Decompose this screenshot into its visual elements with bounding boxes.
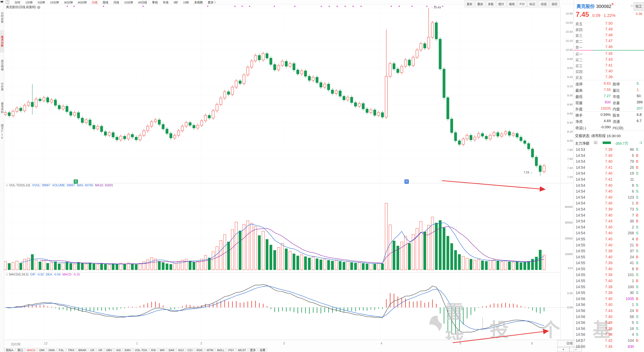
indicator-button[interactable]: FSL	[57, 348, 66, 351]
order-book-price: 7.45	[605, 51, 612, 56]
toolbar-button[interactable]: 复权	[464, 0, 474, 7]
period-tab[interactable]: 5秒	[174, 0, 178, 4]
price-axis-label: 9.40	[561, 75, 573, 79]
indicator-button[interactable]: 设置	[258, 348, 267, 351]
period-tab[interactable]: 更多 〉	[208, 0, 217, 4]
indicator-button[interactable]: EMV	[123, 348, 133, 351]
period-tab[interactable]: 1分钟	[25, 0, 32, 4]
trade-direction-flag: B	[636, 297, 638, 301]
trade-row: 14:567.384S	[574, 332, 644, 338]
event-badge-blue[interactable]: 财	[404, 179, 409, 184]
trade-status: 交易状态: 闭市阶段 15:30:00	[575, 133, 621, 138]
event-badge-green[interactable]: 挖	[74, 179, 78, 184]
sidebar-tab-5[interactable]: 基本资料	[0, 97, 4, 119]
collapse-icon[interactable]: ⊙	[6, 273, 8, 276]
sector-tag[interactable]: 化工	[634, 2, 644, 11]
detail-list-icon[interactable]: ▤	[594, 141, 598, 144]
trade-direction-flag: B	[636, 267, 638, 271]
period-tab[interactable]: 45日线	[138, 0, 147, 4]
indicator-button[interactable]: KDJ	[176, 348, 185, 351]
sidebar-tab-2[interactable]: 技术分析	[0, 30, 4, 52]
indicator-button[interactable]: CCI	[186, 348, 194, 351]
sidebar-tab-6[interactable]: 图文F10	[0, 121, 4, 143]
x-axis-label: 3	[283, 342, 285, 345]
trade-direction-flag: B	[636, 309, 638, 313]
period-tab[interactable]: 10分钟	[124, 0, 133, 4]
diamond-icon[interactable]: ◇	[630, 4, 633, 7]
period-tab[interactable]: 15秒	[183, 0, 189, 4]
indicator-button[interactable]: MTM	[205, 348, 215, 351]
indicator-button[interactable]: WR	[158, 348, 166, 351]
indicator-button[interactable]: CR	[88, 348, 96, 351]
indicator-button[interactable]: DMI	[38, 348, 46, 351]
order-book-level: 买二	[576, 57, 582, 62]
indicator-button[interactable]: VOL-TDX	[133, 348, 149, 351]
indicator-button[interactable]: BOLL	[216, 348, 226, 351]
order-book: 卖五7.50卖四7.49卖三7.48卖二7.47卖一7.46买一7.45买二7.…	[574, 20, 644, 80]
trade-row: 14:557.404B	[574, 236, 644, 242]
stock-info-grid: 涨停8.83跌停5.最高7.55量比1.最低7.27市值50.现量830总量39…	[574, 80, 644, 130]
trade-row: 14:557.4021B	[574, 242, 644, 248]
indicator-button[interactable]: VR	[96, 348, 104, 351]
period-tab[interactable]: 15分钟	[50, 0, 59, 4]
toolbar-button[interactable]: 统计	[496, 0, 506, 7]
trade-tick-list[interactable]: 14:537.3996S14:547.405B14:547.4079B14:54…	[574, 147, 644, 350]
toolbar-button[interactable]: 画线	[507, 0, 517, 7]
toolbar-button[interactable]: 多股	[486, 0, 496, 7]
trade-direction-flag: S	[636, 207, 638, 211]
indicator-button[interactable]: SAR	[167, 348, 176, 351]
event-dot	[103, 6, 104, 7]
indicator-button[interactable]: MACD	[25, 348, 37, 351]
collapse-icon[interactable]: ⊙	[6, 184, 8, 187]
order-book-level: 买四	[576, 69, 582, 74]
price-axis-label: 7.40	[561, 166, 573, 169]
main-flow-extra: -1	[639, 141, 642, 145]
zoom-in-button[interactable]: +	[557, 347, 569, 352]
sidebar-menu-icon[interactable]	[0, 1, 3, 2]
period-tab[interactable]: 月线	[114, 0, 119, 4]
vol-ma10-value: MA10: 31831	[95, 184, 113, 187]
kline-chart-canvas[interactable]	[4, 4, 574, 340]
x-axis-label: 2022年	[11, 342, 21, 346]
period-tab[interactable]: 季线	[152, 0, 158, 4]
sidebar-tab-3[interactable]: 成交明细	[0, 54, 4, 76]
period-tab[interactable]: 60分钟	[78, 0, 87, 4]
period-tab[interactable]: 30分钟	[64, 0, 73, 4]
indicator-button[interactable]: 更多	[248, 348, 258, 351]
sidebar-tab-4[interactable]: 分价表	[0, 78, 4, 95]
indicator-button[interactable]: MCST	[236, 348, 248, 351]
toolbar-button[interactable]: -自选	[538, 0, 549, 7]
indicator-button[interactable]: ROC	[195, 348, 204, 351]
indicator-button[interactable]: ASI	[114, 348, 122, 351]
period-tab[interactable]: 多周期	[194, 0, 203, 4]
period-tab[interactable]: 日线	[92, 0, 98, 4]
price-axis-label: 7.60	[561, 157, 573, 160]
period-tab[interactable]: 5分钟	[38, 0, 45, 4]
period-tab[interactable]: 年线	[163, 0, 168, 4]
main-flow-bar	[602, 141, 611, 144]
indicator-button[interactable]: PSY	[227, 348, 236, 351]
indicator-button[interactable]: BRAR	[77, 348, 88, 351]
indicator-button[interactable]: DMA	[47, 348, 56, 351]
toolbar-button[interactable]: F10	[518, 0, 526, 7]
trade-row: 15:007.45830	[574, 344, 644, 350]
toolbar-button[interactable]: 返回	[550, 0, 559, 7]
indicator-button[interactable]: 窗口	[16, 348, 25, 351]
price-axis-label: 9.80	[561, 57, 573, 60]
indicator-button[interactable]: OBV	[104, 348, 114, 351]
toolbar-button[interactable]: 标记	[527, 0, 537, 7]
window-split-icon[interactable]	[6, 0, 9, 4]
sidebar-tab-1[interactable]: 分时走势	[0, 6, 4, 29]
indicator-button[interactable]: 指标A	[4, 348, 15, 351]
close-icon[interactable]: ✕	[37, 6, 40, 9]
order-book-price: 7.39	[605, 75, 612, 79]
period-tab[interactable]: 周线	[103, 0, 108, 4]
indicator-button[interactable]: RSI	[149, 348, 158, 351]
indicator-button[interactable]: TRIX	[66, 348, 76, 351]
quote-panel: 奥克股份300082R ◇ 化工 0.38 7.45 0.09 1.22% 卖五…	[574, 0, 644, 352]
macd-axis-label: 0.50	[561, 292, 573, 295]
toolbar-button[interactable]: 叠加	[475, 0, 485, 7]
order-book-level: 买五	[576, 75, 582, 80]
trade-row: 14:567.3816S	[574, 326, 644, 332]
period-tab[interactable]: 分时	[14, 0, 20, 4]
